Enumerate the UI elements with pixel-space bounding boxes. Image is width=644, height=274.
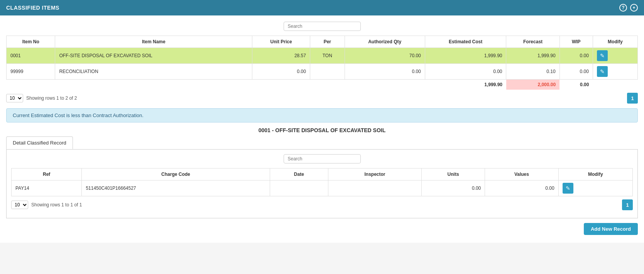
pagination-top-left: 10 25 50 Showing rows 1 to 2 of 2 (6, 94, 77, 102)
main-content: Item No Item Name Unit Price Per Authori… (0, 15, 644, 243)
detail-table: Ref Charge Code Date Inspector Units Val… (11, 168, 633, 196)
table-row: 99999 RECONCILIATION 0.00 0.00 0.00 0.10… (7, 64, 638, 80)
pagination-bottom: 10 25 50 Showing rows 1 to 1 of 1 1 (11, 199, 633, 210)
col-estimated-cost: Estimated Cost (425, 36, 506, 48)
cell-estimated-cost: 1,999.90 (425, 48, 506, 64)
col-authorized-qty: Authorized Qty (345, 36, 425, 48)
cell-unit-price: 0.00 (252, 64, 310, 80)
detail-table-row: PAY14 511450C401P16664527 0.00 0.00 ✎ (12, 180, 633, 196)
total-estimated-cost: 1,999.90 (425, 80, 506, 90)
cell-wip: 0.00 (559, 48, 593, 64)
edit-button-1[interactable]: ✎ (597, 66, 608, 77)
help-icon[interactable]: ? (619, 4, 627, 12)
tab-container: Detail Classified Record Ref Charge Code… (6, 136, 638, 218)
cell-item-no: 0001 (7, 48, 55, 64)
info-banner-text: Current Estimated Cost is less than Cont… (13, 112, 144, 118)
header-icons: ? + (619, 4, 638, 12)
col-item-no: Item No (7, 36, 55, 48)
cell-item-no: 99999 (7, 64, 55, 80)
cell-forecast: 0.10 (506, 64, 559, 80)
cell-authorized-qty: 0.00 (345, 64, 425, 80)
detail-edit-button-0[interactable]: ✎ (563, 183, 573, 194)
cell-per: TON (310, 48, 345, 64)
cell-estimated-cost: 0.00 (425, 64, 506, 80)
col-forecast: Forecast (506, 36, 559, 48)
info-banner: Current Estimated Cost is less than Cont… (6, 108, 638, 123)
tab-header: Detail Classified Record (6, 136, 638, 149)
col-date: Date (270, 168, 328, 180)
cell-item-name: RECONCILIATION (55, 64, 252, 80)
cell-values: 0.00 (485, 180, 558, 196)
rows-per-page-select-top[interactable]: 10 25 50 (6, 94, 23, 102)
total-wip: 0.00 (559, 80, 593, 90)
col-wip: WIP (559, 36, 593, 48)
table-row: 0001 OFF-SITE DISPOSAL OF EXCAVATED SOIL… (7, 48, 638, 64)
page-number-bottom[interactable]: 1 (622, 199, 633, 210)
cell-modify: ✎ (593, 48, 637, 64)
cell-modify-detail: ✎ (558, 180, 632, 196)
detail-search-container (11, 154, 633, 163)
cell-charge-code: 511450C401P16664527 (82, 180, 270, 196)
col-charge-code: Charge Code (82, 168, 270, 180)
main-table: Item No Item Name Unit Price Per Authori… (6, 36, 638, 90)
col-modify-detail: Modify (558, 168, 632, 180)
col-per: Per (310, 36, 345, 48)
cell-item-name: OFF-SITE DISPOSAL OF EXCAVATED SOIL (55, 48, 252, 64)
table-header-row: Item No Item Name Unit Price Per Authori… (7, 36, 638, 48)
cell-authorized-qty: 70.00 (345, 48, 425, 64)
total-forecast: 2,000.00 (506, 80, 559, 90)
rows-per-page-select-bottom[interactable]: 10 25 50 (11, 201, 28, 209)
col-values: Values (485, 168, 558, 180)
add-new-record-button[interactable]: Add New Record (584, 223, 638, 235)
page-number-top[interactable]: 1 (627, 93, 638, 104)
edit-button-0[interactable]: ✎ (597, 50, 608, 61)
cell-units: 0.00 (421, 180, 485, 196)
cell-unit-price: 28.57 (252, 48, 310, 64)
add-icon[interactable]: + (630, 4, 638, 12)
cell-forecast: 1,999.90 (506, 48, 559, 64)
tab-content: Ref Charge Code Date Inspector Units Val… (6, 149, 638, 218)
showing-text-bottom: Showing rows 1 to 1 of 1 (31, 202, 82, 208)
cell-ref: PAY14 (12, 180, 82, 196)
col-units: Units (421, 168, 485, 180)
cell-modify: ✎ (593, 64, 637, 80)
app-title: CLASSIFIED ITEMS (6, 5, 59, 11)
cell-inspector (328, 180, 422, 196)
col-ref: Ref (12, 168, 82, 180)
totals-row: 1,999.90 2,000.00 0.00 (7, 80, 638, 90)
search-input[interactable] (284, 22, 361, 31)
col-modify: Modify (593, 36, 637, 48)
cell-per (310, 64, 345, 80)
col-item-name: Item Name (55, 36, 252, 48)
section-title: 0001 - OFF-SITE DISPOSAL OF EXCAVATED SO… (6, 127, 638, 133)
cell-wip: 0.00 (559, 64, 593, 80)
pagination-bottom-left: 10 25 50 Showing rows 1 to 1 of 1 (11, 201, 82, 209)
add-btn-container: Add New Record (6, 218, 638, 237)
tab-detail-classified-record[interactable]: Detail Classified Record (6, 136, 73, 149)
totals-label (7, 80, 425, 90)
pagination-top: 10 25 50 Showing rows 1 to 2 of 2 1 (6, 93, 638, 104)
showing-text-top: Showing rows 1 to 2 of 2 (26, 95, 77, 101)
search-container (6, 22, 638, 31)
detail-table-header-row: Ref Charge Code Date Inspector Units Val… (12, 168, 633, 180)
detail-search-input[interactable] (284, 154, 361, 163)
col-unit-price: Unit Price (252, 36, 310, 48)
cell-date (270, 180, 328, 196)
app-header: CLASSIFIED ITEMS ? + (0, 0, 644, 15)
col-inspector: Inspector (328, 168, 422, 180)
